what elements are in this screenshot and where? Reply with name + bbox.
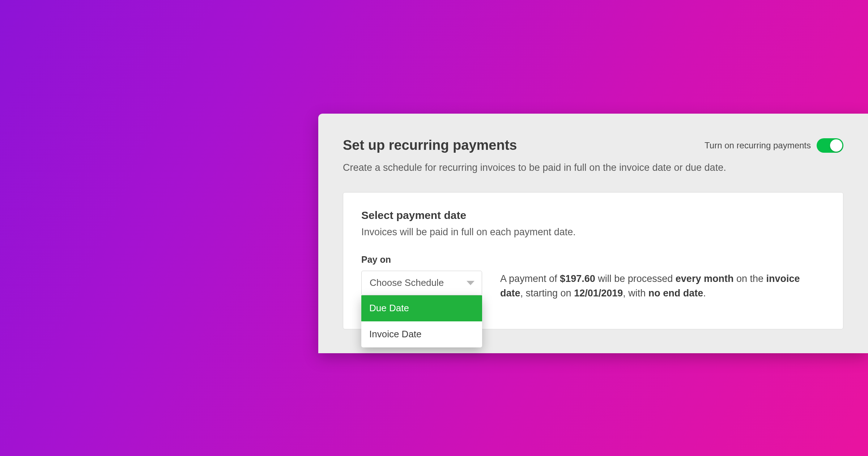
- recurring-payments-panel: Set up recurring payments Turn on recurr…: [318, 114, 868, 353]
- pay-on-label: Pay on: [361, 254, 825, 265]
- card-title: Select payment date: [361, 209, 825, 221]
- schedule-select-value: Choose Schedule: [370, 277, 444, 288]
- dropdown-option-due-date[interactable]: Due Date: [361, 295, 482, 321]
- recurring-payments-toggle[interactable]: [817, 138, 843, 153]
- summary-frequency: every month: [676, 273, 734, 284]
- summary-amount: $197.60: [560, 273, 595, 284]
- panel-header: Set up recurring payments Turn on recurr…: [343, 138, 843, 153]
- summary-text: , starting on: [520, 288, 574, 299]
- summary-text: A payment of: [500, 273, 560, 284]
- summary-text: on the: [733, 273, 766, 284]
- payment-date-card: Select payment date Invoices will be pai…: [343, 192, 843, 329]
- summary-text: .: [703, 288, 706, 299]
- form-row: Choose Schedule Due Date Invoice Date A …: [361, 271, 825, 301]
- schedule-dropdown: Due Date Invoice Date: [361, 295, 482, 347]
- chevron-down-icon: [467, 281, 475, 285]
- summary-text: , with: [623, 288, 648, 299]
- toggle-knob: [830, 139, 842, 152]
- dropdown-option-invoice-date[interactable]: Invoice Date: [361, 321, 482, 347]
- summary-start-date: 12/01/2019: [574, 288, 623, 299]
- panel-title: Set up recurring payments: [343, 138, 517, 153]
- payment-summary: A payment of $197.60 will be processed e…: [500, 271, 825, 301]
- summary-text: will be processed: [595, 273, 676, 284]
- schedule-select-wrapper: Choose Schedule Due Date Invoice Date: [361, 271, 482, 295]
- toggle-label: Turn on recurring payments: [705, 140, 811, 151]
- schedule-select[interactable]: Choose Schedule: [361, 271, 482, 295]
- panel-description: Create a schedule for recurring invoices…: [343, 161, 843, 175]
- summary-end-clause: no end date: [648, 288, 703, 299]
- card-subtitle: Invoices will be paid in full on each pa…: [361, 227, 825, 238]
- toggle-group: Turn on recurring payments: [705, 138, 843, 153]
